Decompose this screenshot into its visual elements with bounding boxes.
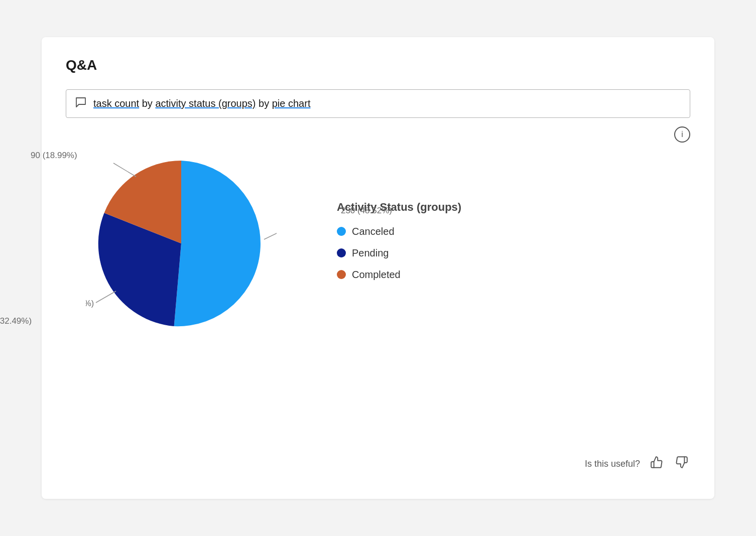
pending-callout-text: 154 (32.49%) [86,299,94,308]
query-part-2: activity status (groups) [155,98,256,109]
thumbup-button[interactable] [648,454,665,474]
chart-area: 230 (48.52%) 154 (32.49%) 90 (18.99%) 90… [66,138,690,359]
pending-legend-label: Pending [352,247,389,259]
canceled-legend-label: Canceled [352,226,395,237]
completed-label: 90 (18.99%) [31,151,77,161]
query-part-1: task count [93,98,139,109]
qa-card: Q&A task count by activity status (group… [42,37,714,499]
page-title: Q&A [66,57,690,73]
canceled-dot [337,227,346,236]
legend-pending: Pending [337,247,461,259]
query-part-3: pie chart [272,98,311,109]
pending-dot [337,248,346,257]
pending-label: 154 (32.49%) [0,316,32,326]
pending-callout-line [96,291,116,303]
useful-text: Is this useful? [585,459,640,469]
info-icon: i [681,130,683,139]
info-button[interactable]: i [674,126,690,143]
completed-legend-label: Completed [352,269,401,281]
canceled-slice [174,161,261,326]
pie-chart: 230 (48.52%) 154 (32.49%) 90 (18.99%) 90… [86,148,277,339]
search-bar[interactable]: task count by activity status (groups) b… [66,89,690,118]
thumbdown-button[interactable] [673,454,690,474]
query-connector-1: by [142,98,156,109]
legend-canceled: Canceled [337,226,461,237]
feedback-row: Is this useful? [585,454,690,474]
search-query: task count by activity status (groups) b… [93,98,310,109]
canceled-callout-line [264,231,277,239]
query-connector-2: by [259,98,272,109]
chat-icon [75,97,86,110]
completed-dot [337,270,346,279]
pie-svg: 230 (48.52%) 154 (32.49%) 90 (18.99%) [86,148,277,339]
legend-completed: Completed [337,269,461,281]
completed-callout-line [113,163,136,177]
canceled-label: 230 (48.52%) [341,206,392,216]
